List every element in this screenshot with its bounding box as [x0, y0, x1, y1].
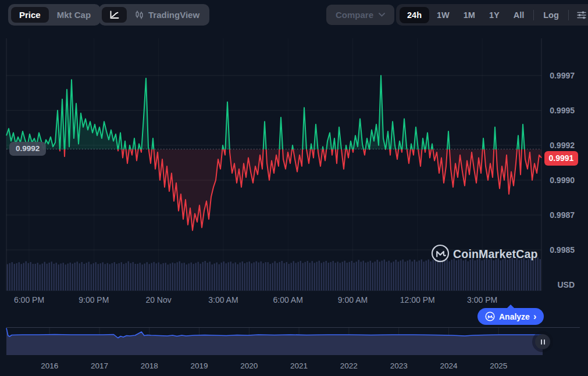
axis-tick-label: 3:00 AM [208, 295, 238, 305]
minimap-year-label: 2018 [141, 361, 158, 370]
cmc-price-chart-widget: 0.99970.99950.99920.99900.99870.9985USD6… [0, 0, 588, 376]
tradingview-tab[interactable]: TradingView [128, 10, 206, 20]
price-tab[interactable]: Price [11, 7, 49, 23]
range-1y[interactable]: 1Y [483, 10, 506, 20]
price-mktcap-toggle: Price Mkt Cap [8, 4, 101, 26]
coinmarketcap-mini-logo-icon [485, 311, 495, 321]
range-24h[interactable]: 24h [400, 7, 429, 23]
coinmarketcap-logo-m [437, 252, 446, 257]
chevron-right-icon: › [533, 311, 536, 322]
minimap-year-label: 2023 [390, 361, 408, 370]
axis-tick-label: 9:00 AM [338, 295, 368, 305]
analyze-label: Analyze [499, 312, 530, 321]
axis-tick-label: 3:00 PM [467, 295, 497, 305]
range-selector: 24h1W1M1YAllLog [396, 4, 588, 26]
candlestick-icon [135, 10, 144, 19]
pause-bar-icon [544, 339, 545, 345]
axis-tick-label: 0.9985 [550, 245, 575, 255]
range-divider [568, 10, 569, 20]
line-chart-tab[interactable] [102, 7, 127, 23]
timeline-minimap[interactable]: 2016201720182019202020212022202320242025 [6, 328, 580, 371]
watermark-text: CoinMarketCap [453, 248, 538, 260]
chevron-down-icon [379, 13, 385, 17]
analyze-button[interactable]: Analyze › [477, 308, 544, 325]
minimap-year-label: 2025 [490, 361, 507, 370]
minimap-year-label: 2022 [340, 361, 358, 370]
range-all[interactable]: All [507, 10, 531, 20]
axis-tick-label: 6:00 AM [273, 295, 303, 305]
charttype-toggle: TradingView [99, 4, 209, 26]
coinmarketcap-logo-icon [432, 245, 448, 262]
minimap-year-label: 2017 [91, 361, 108, 370]
axis-tick-label: 0.9997 [550, 71, 575, 80]
axis-tick-label: 0.9990 [550, 176, 575, 185]
axis-tick-label: 20 Nov [145, 295, 171, 305]
current-price-badge: 0.9991 [544, 151, 578, 166]
axis-tick-label: USD [557, 280, 575, 289]
range-log[interactable]: Log [537, 10, 565, 20]
chart-settings-button[interactable] [572, 10, 588, 20]
price-area-fills [6, 76, 541, 230]
coinmarketcap-watermark: CoinMarketCap [432, 245, 538, 262]
compare-button[interactable]: Compare [326, 5, 394, 25]
minimap-year-label: 2019 [191, 361, 208, 370]
volume-bars [7, 257, 541, 291]
minimap-year-label: 2024 [440, 361, 458, 370]
range-1w[interactable]: 1W [430, 10, 456, 20]
axis-tick-label: 0.9992 [550, 141, 575, 150]
compare-label: Compare [336, 10, 373, 20]
minimap-scrub-handle[interactable] [535, 334, 550, 349]
line-chart-icon [109, 10, 119, 19]
range-1m[interactable]: 1M [457, 10, 482, 20]
minimap-year-label: 2021 [290, 361, 308, 370]
pause-bar-icon [541, 339, 542, 345]
baseline-price-label: 0.9992 [9, 142, 46, 156]
axis-tick-label: 9:00 PM [79, 295, 109, 305]
axis-tick-label: 12:00 PM [400, 295, 435, 305]
sliders-icon [576, 10, 587, 20]
axis-tick-label: 6:00 PM [14, 295, 44, 305]
axis-tick-label: 0.9995 [550, 106, 575, 115]
mktcap-tab[interactable]: Mkt Cap [50, 10, 98, 20]
minimap-year-label: 2016 [41, 361, 58, 370]
axis-tick-label: 0.9987 [550, 210, 575, 220]
minimap-year-label: 2020 [240, 361, 258, 370]
tradingview-label: TradingView [148, 10, 199, 20]
range-divider [533, 10, 534, 20]
